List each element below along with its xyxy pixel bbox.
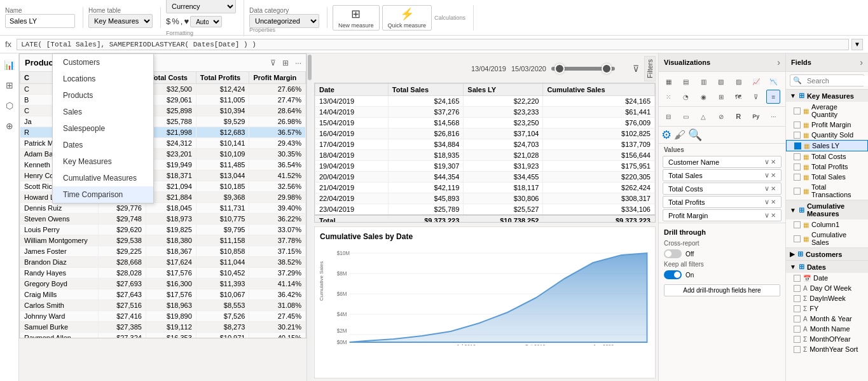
field-checkbox[interactable] bbox=[794, 107, 801, 114]
table-row[interactable]: Samuel Burke$27,385$19,112$8,27330.21% bbox=[20, 322, 306, 333]
field-item-fy[interactable]: Σ FY bbox=[786, 303, 868, 314]
field-section-dates[interactable]: ▼ ⊞ Dates bbox=[786, 260, 868, 273]
viz-donut-icon[interactable]: ◉ bbox=[696, 90, 710, 104]
table-row[interactable]: Randy Hayes$28,028$17,576$10,45237.29% bbox=[20, 268, 306, 279]
field-item-profit-margin[interactable]: ▦ Profit Margin bbox=[786, 120, 868, 130]
table-row[interactable]: Johnny Ward$27,416$19,890$7,52627.45% bbox=[20, 311, 306, 322]
add-drill-through-button[interactable]: Add drill-through fields here bbox=[664, 284, 780, 296]
viz-area-icon[interactable]: 📉 bbox=[766, 74, 780, 88]
filters-label[interactable]: Filters bbox=[644, 56, 656, 81]
field-item-dayinweek[interactable]: Σ DayInWeek bbox=[786, 293, 868, 303]
dropdown-products[interactable]: Products bbox=[53, 87, 153, 104]
dropdown-key-measures[interactable]: Key Measures bbox=[53, 153, 153, 170]
field-checkbox[interactable] bbox=[794, 188, 801, 195]
viz-py-icon[interactable]: Py bbox=[749, 109, 763, 123]
viz-pie-icon[interactable]: ◔ bbox=[679, 90, 693, 104]
field-checkbox[interactable] bbox=[794, 142, 801, 149]
value-field-chevron[interactable]: ∨ bbox=[764, 158, 769, 166]
fields-expand-button[interactable]: › bbox=[860, 57, 863, 67]
viz-expand-button[interactable]: › bbox=[777, 57, 780, 67]
viz-slicer-icon[interactable]: ⊘ bbox=[714, 109, 728, 123]
viz-r-icon[interactable]: R bbox=[731, 109, 745, 123]
field-item-sales-ly[interactable]: ▦ Sales LY bbox=[786, 140, 868, 151]
field-item-column1[interactable]: ▦ Column1 bbox=[786, 219, 868, 230]
viz-matrix-icon[interactable]: ⊟ bbox=[661, 109, 675, 123]
table-row[interactable]: 21/04/2019$42,119$18,117$262,424 bbox=[315, 182, 655, 193]
field-checkbox[interactable] bbox=[794, 315, 801, 322]
dropdown-time-comparison[interactable]: Time Comparison bbox=[53, 186, 153, 203]
table-row[interactable]: Louis Perry$29,620$19,825$9,79533.07% bbox=[20, 225, 306, 235]
keep-filters-toggle[interactable] bbox=[664, 270, 682, 279]
table-row[interactable]: 23/04/2019$25,789$25,527$334,106 bbox=[315, 204, 655, 215]
value-field-chevron[interactable]: ∨ bbox=[764, 198, 769, 206]
field-item-total-profits[interactable]: ▦ Total Profits bbox=[786, 162, 868, 172]
viz-line-icon[interactable]: 📈 bbox=[749, 74, 763, 88]
name-input[interactable] bbox=[5, 14, 75, 28]
field-item-monthyear-sort[interactable]: Σ MonthYear Sort bbox=[786, 344, 868, 354]
field-item-date[interactable]: 📅 Date bbox=[786, 273, 868, 283]
field-item-total-transactions[interactable]: ▦ Total Transactions bbox=[786, 182, 868, 200]
field-item-cumulative-sales[interactable]: ▦ Cumulative Sales bbox=[786, 230, 868, 247]
table-row[interactable]: Craig Mills$27,643$17,576$10,06736.42% bbox=[20, 289, 306, 300]
auto-select[interactable]: Auto bbox=[190, 16, 222, 27]
table-row[interactable]: 16/04/2019$26,816$37,104$102,825 bbox=[315, 128, 655, 139]
value-field-close[interactable]: ✕ bbox=[771, 212, 776, 219]
field-section-cumulative-measures[interactable]: ▼ ⊞ Cumulative Measures bbox=[786, 200, 868, 219]
field-checkbox[interactable] bbox=[794, 285, 801, 292]
formula-expand-button[interactable]: ▼ bbox=[851, 39, 863, 50]
viz-scatter-icon[interactable]: ⁙ bbox=[661, 90, 675, 104]
table-row[interactable]: 15/04/2019$14,568$23,250$76,009 bbox=[315, 117, 655, 128]
field-checkbox[interactable] bbox=[794, 163, 801, 170]
format-select[interactable]: Currency bbox=[166, 0, 236, 13]
viz-funnel-icon[interactable]: ⊽ bbox=[749, 90, 763, 104]
field-checkbox[interactable] bbox=[794, 305, 801, 312]
viz-100pct-bar-icon[interactable]: ▥ bbox=[696, 74, 710, 88]
build-visual-tab[interactable]: ⚙ bbox=[661, 128, 672, 142]
field-checkbox[interactable] bbox=[794, 121, 801, 128]
viz-stacked-hbar-icon[interactable]: ▨ bbox=[731, 74, 745, 88]
viz-card-icon[interactable]: ▭ bbox=[679, 109, 693, 123]
field-item-month-&-year[interactable]: A Month & Year bbox=[786, 314, 868, 324]
filter-button[interactable]: ⊽ bbox=[633, 64, 639, 74]
value-field-close[interactable]: ✕ bbox=[771, 185, 776, 192]
table-row[interactable]: James Foster$29,225$18,367$10,85837.15% bbox=[20, 246, 306, 257]
slider-left-thumb[interactable] bbox=[555, 64, 565, 74]
field-checkbox[interactable] bbox=[794, 275, 801, 282]
value-field-close[interactable]: ✕ bbox=[771, 158, 776, 165]
table-row[interactable]: 18/04/2019$18,935$21,028$156,644 bbox=[315, 149, 655, 160]
filter-icon[interactable]: ⊽ bbox=[268, 58, 278, 68]
value-field-item[interactable]: Profit Margin ∨ ✕ bbox=[663, 209, 782, 221]
dropdown-dates[interactable]: Dates bbox=[53, 137, 153, 153]
viz-hbar-icon[interactable]: ▧ bbox=[714, 74, 728, 88]
table-row[interactable]: Gregory Boyd$27,693$16,300$11,39341.14% bbox=[20, 279, 306, 289]
formula-text[interactable]: LATE( [Total Sales], SAMEPERIODLASTYEAR(… bbox=[17, 39, 849, 50]
viz-bar-icon[interactable]: ▦ bbox=[661, 74, 675, 88]
dropdown-sales[interactable]: Sales bbox=[53, 104, 153, 120]
value-field-close[interactable]: ✕ bbox=[771, 198, 776, 205]
field-section-customers[interactable]: ▶ ⊞ Customers bbox=[786, 247, 868, 260]
expand-icon[interactable]: ⊞ bbox=[280, 58, 291, 68]
field-item-total-costs[interactable]: ▦ Total Costs bbox=[786, 151, 868, 162]
table-row[interactable]: 17/04/2019$34,884$24,703$137,709 bbox=[315, 139, 655, 149]
table-row[interactable]: Dennis Ruiz$29,776$18,045$11,73139.40% bbox=[20, 203, 306, 214]
field-checkbox[interactable] bbox=[794, 174, 801, 181]
analytics-tab[interactable]: 🔍 bbox=[688, 128, 702, 142]
quick-measure-button[interactable]: ⚡ Quick measure bbox=[382, 5, 432, 31]
table-row[interactable]: 14/04/2019$37,276$23,233$61,441 bbox=[315, 106, 655, 117]
table-row[interactable]: 22/04/2019$45,893$30,806$308,317 bbox=[315, 193, 655, 204]
dropdown-customers[interactable]: Customers bbox=[53, 54, 153, 71]
table-row[interactable]: Brandon Diaz$28,668$17,624$11,04438.52% bbox=[20, 257, 306, 268]
viz-table-icon[interactable]: ≡ bbox=[766, 90, 780, 104]
field-checkbox[interactable] bbox=[794, 221, 801, 228]
nav-data-icon[interactable]: ⊞ bbox=[3, 79, 16, 92]
viz-map-icon[interactable]: 🗺 bbox=[731, 90, 745, 104]
value-field-close[interactable]: ✕ bbox=[771, 172, 776, 179]
home-table-select[interactable]: Key Measures bbox=[88, 14, 153, 28]
field-checkbox[interactable] bbox=[794, 235, 801, 242]
viz-kpi-icon[interactable]: △ bbox=[696, 109, 710, 123]
viz-more-icon[interactable]: ··· bbox=[766, 109, 780, 123]
scroll-thumb[interactable] bbox=[308, 55, 312, 80]
value-field-chevron[interactable]: ∨ bbox=[764, 184, 769, 193]
viz-stacked-bar-icon[interactable]: ▤ bbox=[679, 74, 693, 88]
dropdown-cumulative[interactable]: Cumulative Measures bbox=[53, 170, 153, 186]
